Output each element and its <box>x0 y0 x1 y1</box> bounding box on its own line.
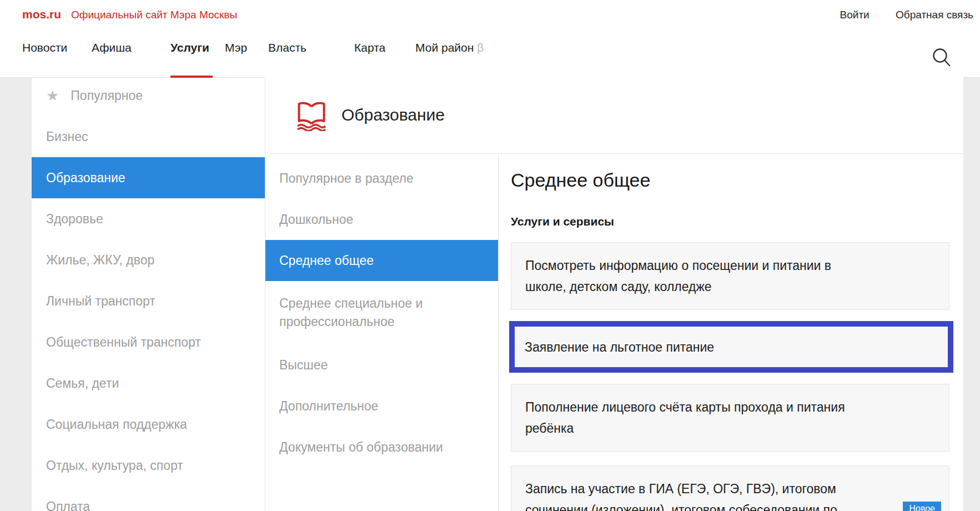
main-nav: Новости Афиша Услуги Мэр Власть Карта Мо… <box>0 41 980 63</box>
beta-mark: β <box>477 41 484 54</box>
subsection-higher[interactable]: Высшее <box>265 344 498 385</box>
subsection-content: Среднее общее Услуги и сервисы Посмотрет… <box>499 154 963 511</box>
mos-ru-logo[interactable]: mos.ru <box>22 8 61 21</box>
sidebar-item-health[interactable]: Здоровье <box>32 198 265 239</box>
nav-item-my-district[interactable]: Мой районβ <box>415 41 484 54</box>
new-badge: Новое <box>903 502 941 511</box>
open-book-icon <box>296 100 327 131</box>
sidebar-item-education[interactable]: Образование <box>32 157 265 198</box>
star-icon: ★ <box>46 88 59 103</box>
feedback-link[interactable]: Обратная связь <box>896 9 973 21</box>
mos-ru-page: mos.ruОфициальный сайт Мэра Москвы Войти… <box>0 0 980 511</box>
site-tagline: Официальный сайт Мэра Москвы <box>71 9 237 21</box>
subsection-preschool[interactable]: Дошкольное <box>265 199 498 240</box>
login-link[interactable]: Войти <box>840 9 870 21</box>
sidebar-item-personal-transport[interactable]: Личный транспорт <box>32 280 265 322</box>
subsection-additional[interactable]: Дополнительное <box>265 385 498 427</box>
sidebar-item-family[interactable]: Семья, дети <box>32 363 265 404</box>
subsection-popular[interactable]: Популярное в разделе <box>265 158 498 199</box>
nav-item-services[interactable]: Услуги <box>170 41 209 54</box>
dimmed-background-left <box>0 78 32 511</box>
subsection-documents[interactable]: Документы об образовании <box>265 427 498 468</box>
subsection-list: Популярное в разделе Дошкольное Среднее … <box>265 154 498 468</box>
section-header: Образование <box>265 78 963 154</box>
active-nav-underline <box>170 76 213 78</box>
sidebar-item-business[interactable]: Бизнес <box>32 116 265 157</box>
site-logo-row: mos.ruОфициальный сайт Мэра Москвы <box>22 8 237 21</box>
nav-item-power[interactable]: Власть <box>268 41 306 54</box>
sidebar-item-housing[interactable]: Жилье, ЖКУ, двор <box>32 239 265 280</box>
header-divider <box>0 77 265 78</box>
subsection-secondary-general[interactable]: Среднее общее <box>265 240 498 281</box>
nav-item-map[interactable]: Карта <box>354 41 385 54</box>
service-card-gia-registration[interactable]: Запись на участие в ГИА (ЕГЭ, ОГЭ, ГВЭ),… <box>511 465 949 511</box>
service-card-subsidized-meals-application[interactable]: Заявление на льготное питание <box>509 321 953 373</box>
sidebar-item-leisure[interactable]: Отдых, культура, спорт <box>32 445 265 486</box>
subsection-vocational[interactable]: Среднее специальное ипрофессиональное <box>265 281 498 344</box>
dimmed-background-right <box>963 78 980 511</box>
search-icon <box>931 47 953 69</box>
nav-item-mayor[interactable]: Мэр <box>225 41 247 54</box>
content-title: Среднее общее <box>511 169 949 191</box>
sidebar-item-popular[interactable]: ★Популярное <box>32 78 265 116</box>
section-title: Образование <box>341 106 445 124</box>
sidebar-item-social-support[interactable]: Социальная поддержка <box>32 404 265 445</box>
services-category-sidebar: ★Популярное Бизнес Образование Здоровье … <box>32 78 265 511</box>
content-subtitle: Услуги и сервисы <box>511 215 949 228</box>
nav-item-news[interactable]: Новости <box>22 41 67 54</box>
service-card-top-up-meal-card[interactable]: Пополнение лицевого счёта карты прохода … <box>511 384 949 452</box>
search-button[interactable] <box>931 47 953 69</box>
sidebar-item-payment[interactable]: Оплата <box>32 486 265 511</box>
sidebar-item-public-transport[interactable]: Общественный транспорт <box>32 322 265 363</box>
subsection-column: Популярное в разделе Дошкольное Среднее … <box>265 154 499 511</box>
header-links: Войти Обратная связь <box>817 9 973 21</box>
nav-item-afisha[interactable]: Афиша <box>92 41 132 54</box>
category-list: ★Популярное Бизнес Образование Здоровье … <box>32 78 265 511</box>
service-card-attendance-meals-info[interactable]: Посмотреть информацию о посещении и пита… <box>511 242 949 310</box>
